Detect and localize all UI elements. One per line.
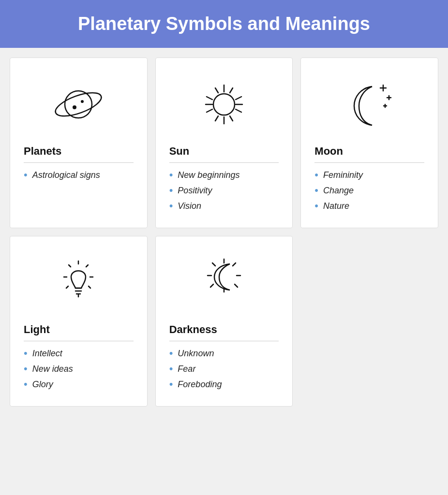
svg-line-10 — [230, 116, 233, 121]
svg-line-31 — [86, 265, 88, 267]
darkness-divider — [169, 341, 279, 341]
planets-divider — [24, 162, 134, 163]
card-moon: Moon Femininity Change Nature — [300, 58, 438, 228]
moon-icon — [314, 70, 424, 137]
svg-line-33 — [89, 286, 90, 288]
card-planets: Planets Astrological signs — [10, 58, 148, 228]
list-item: Change — [314, 185, 424, 196]
svg-line-35 — [212, 263, 215, 266]
list-item: Intellect — [24, 348, 134, 359]
svg-line-30 — [66, 286, 68, 288]
svg-line-9 — [236, 109, 241, 112]
page-header: Planetary Symbols and Meanings — [0, 0, 448, 48]
sun-icon — [169, 70, 279, 137]
svg-point-3 — [81, 100, 84, 103]
planets-icon — [24, 70, 134, 137]
list-item: Positivity — [169, 185, 279, 196]
svg-line-28 — [69, 265, 71, 267]
sun-title: Sun — [169, 145, 279, 158]
card-light: Light Intellect New ideas Glory — [10, 236, 148, 407]
card-darkness: Darkness Unknown Fear Foreboding — [155, 236, 293, 407]
card-sun: Sun New beginnings Positivity Vision — [155, 58, 293, 228]
light-list: Intellect New ideas Glory — [24, 348, 134, 394]
sun-divider — [169, 162, 279, 163]
svg-line-37 — [210, 284, 213, 287]
list-item: Glory — [24, 379, 134, 390]
svg-point-1 — [53, 88, 104, 121]
list-item: Femininity — [314, 170, 424, 180]
list-item: Vision — [169, 201, 279, 211]
svg-line-13 — [207, 109, 212, 112]
svg-point-4 — [213, 94, 235, 115]
svg-line-6 — [230, 88, 233, 93]
svg-line-16 — [215, 88, 218, 93]
moon-title: Moon — [314, 145, 424, 158]
light-icon — [24, 248, 134, 316]
list-item: Foreboding — [169, 379, 279, 390]
list-item: Fear — [169, 364, 279, 374]
page-title: Planetary Symbols and Meanings — [19, 14, 429, 34]
darkness-icon — [169, 248, 279, 316]
moon-divider — [314, 162, 424, 163]
light-divider — [24, 341, 134, 341]
sun-list: New beginnings Positivity Vision — [169, 170, 279, 216]
svg-line-41 — [235, 284, 238, 287]
svg-point-2 — [73, 105, 76, 109]
svg-line-15 — [207, 97, 212, 100]
darkness-title: Darkness — [169, 323, 279, 336]
list-item: Astrological signs — [24, 170, 134, 180]
svg-line-12 — [215, 116, 218, 121]
list-item: Nature — [314, 201, 424, 211]
darkness-list: Unknown Fear Foreboding — [169, 348, 279, 394]
planets-list: Astrological signs — [24, 170, 134, 185]
light-title: Light — [24, 323, 134, 336]
list-item: Unknown — [169, 348, 279, 359]
svg-line-7 — [236, 97, 241, 100]
cards-grid: Planets Astrological signs — [0, 48, 448, 416]
list-item: New beginnings — [169, 170, 279, 180]
list-item: New ideas — [24, 364, 134, 374]
svg-line-39 — [233, 263, 236, 266]
moon-list: Femininity Change Nature — [314, 170, 424, 216]
planets-title: Planets — [24, 145, 134, 158]
